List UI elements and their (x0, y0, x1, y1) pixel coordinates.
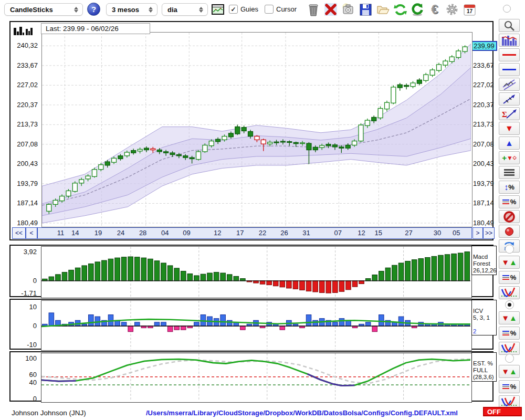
checkbox-checked-icon: ✓ (229, 5, 238, 14)
sum-trendline-tool-button[interactable]: Σ (499, 107, 520, 120)
scroll-first-button[interactable]: << (12, 227, 26, 239)
period-select[interactable]: 3 mesos (106, 3, 158, 16)
settings-button[interactable] (444, 2, 460, 17)
refresh-icon (393, 3, 407, 17)
levels-tool-button[interactable] (499, 166, 520, 179)
macd-curve-button[interactable] (499, 286, 520, 299)
icv-current-value: 2 (473, 328, 476, 334)
price-tick-label: 180,49 (473, 219, 500, 227)
scroll-prev-button[interactable]: < (26, 227, 37, 239)
axis-tick-label: 100 (10, 354, 37, 362)
stochastic-radio[interactable] (505, 354, 514, 363)
stochastic-line-chart[interactable] (41, 353, 470, 401)
status-bar: Johnson Johnson (JNJ) /Users/mserra/Libr… (0, 405, 525, 420)
price-tick-label: 220,37 (10, 101, 38, 109)
macd-params-label: Macd Forest 26,12,26 (471, 246, 497, 275)
date-label: 05 (453, 229, 460, 237)
snapshot-button[interactable] (340, 2, 356, 17)
price-tick-label: 240,32 (10, 41, 38, 49)
date-label: 15 (374, 229, 382, 237)
save-icon (359, 3, 372, 16)
macd-axis: 3,920-1,71 (10, 247, 39, 297)
add-marker-tool-button[interactable]: +▼◇ (499, 151, 520, 164)
icv-updown-button[interactable]: ▼▲ (499, 311, 520, 324)
candlestick-chart[interactable] (42, 33, 471, 226)
chevron-updown-icon (197, 5, 204, 14)
open-icon (376, 3, 390, 16)
icv-radio[interactable] (505, 300, 514, 309)
macd-histogram-chart[interactable] (41, 247, 470, 297)
axis-tick-label: 0 (10, 277, 37, 285)
arrow-down-tool-button[interactable]: ▼ (499, 122, 520, 135)
guies-checkbox[interactable]: ✓ Guies (229, 5, 258, 14)
delete-button[interactable] (323, 2, 339, 17)
indicator-chart-icon (501, 35, 517, 46)
cursor-checkbox[interactable]: Cursor (265, 5, 297, 14)
date-label: 27 (405, 229, 412, 237)
macd-lines-percent-button[interactable]: % (499, 271, 520, 284)
axis-tick-label: 0 (10, 322, 37, 330)
help-button[interactable]: ? (87, 3, 100, 16)
icv-bar-chart[interactable] (41, 301, 470, 349)
axis-tick-label: -10 (10, 341, 37, 349)
date-label: 09 (183, 229, 190, 237)
zoom-tool-button[interactable] (499, 19, 520, 32)
date-label: 30 (434, 229, 441, 237)
stochastic-params-label: EST. % FULL (28,3,6) (471, 352, 497, 382)
indicator-chart-tool-button[interactable] (499, 34, 520, 47)
axis-tick-label: 60 (10, 371, 37, 379)
channel-tool-button[interactable] (499, 78, 520, 91)
macd-updown-button[interactable]: ▼▲ (499, 256, 520, 269)
date-label: 11 (57, 229, 65, 237)
date-scrollbar[interactable]: 111419242804091217222631071215273005 (37, 227, 472, 239)
date-label: 31 (302, 229, 310, 237)
lines-percent-tool-button[interactable]: % (499, 195, 520, 208)
date-label: 12 (214, 229, 221, 237)
off-button[interactable]: OFF (483, 407, 522, 416)
save-button[interactable] (358, 2, 373, 17)
lines-percent-icon: % (502, 274, 517, 281)
updown-icon: ▼▲ (501, 258, 517, 266)
measure-percent-icon: ↕% (504, 183, 514, 192)
forbidden-tool-button[interactable] (499, 210, 520, 223)
channel-icon (502, 79, 517, 90)
measure-percent-tool-button[interactable]: ↕% (499, 181, 520, 194)
refresh-button[interactable] (392, 2, 408, 17)
icv-axis: 100-10 (10, 301, 39, 349)
lines-percent-icon: % (502, 330, 517, 337)
record-tool-button[interactable] (499, 225, 520, 238)
icv-curve-button[interactable] (499, 342, 520, 355)
price-tick-label: 207,08 (10, 140, 38, 148)
icv-lines-percent-button[interactable]: % (499, 327, 520, 340)
blue-line-icon (502, 69, 516, 70)
macd-radio[interactable] (505, 245, 514, 254)
blue-line-tool-button[interactable] (499, 63, 520, 76)
trendline-tool-button[interactable] (499, 92, 520, 106)
date-label: 12 (358, 229, 365, 237)
top-radio[interactable] (503, 5, 511, 13)
chart-app-window: { "toolbar": { "chart_type": "CandleStic… (0, 0, 525, 420)
euro-button[interactable]: € (427, 2, 443, 17)
stochastic-lines-percent-button[interactable]: % (499, 380, 520, 393)
open-button[interactable] (375, 2, 391, 17)
price-tick-label: 187,14 (473, 199, 500, 207)
reload-button[interactable] (410, 2, 425, 17)
icv-params-label: ICV 5, 3, 1 2 (471, 300, 497, 335)
indicator-window-button[interactable] (212, 4, 224, 16)
delete-icon (324, 3, 338, 16)
arrow-down-icon: ▼ (505, 124, 513, 133)
calendar-button[interactable]: 17 (461, 2, 477, 17)
chart-type-select[interactable]: CandleSticks (4, 3, 83, 16)
lines-percent-icon: % (502, 198, 517, 205)
interval-select[interactable]: dia (162, 3, 208, 16)
trash-button[interactable] (306, 2, 321, 17)
period-value: 3 mesos (112, 6, 147, 14)
red-line-tool-button[interactable] (499, 48, 520, 61)
arrow-up-tool-button[interactable]: ▲ (499, 136, 520, 150)
config-path-link[interactable]: /Users/mserra/Library/CloudStorage/Dropb… (126, 409, 478, 417)
scroll-next-button[interactable]: > (472, 227, 483, 239)
stochastic-updown-button[interactable]: ▼▲ (499, 365, 520, 378)
date-label: 28 (139, 229, 146, 237)
date-label: 17 (236, 229, 244, 237)
scroll-last-button[interactable]: >> (483, 227, 495, 239)
